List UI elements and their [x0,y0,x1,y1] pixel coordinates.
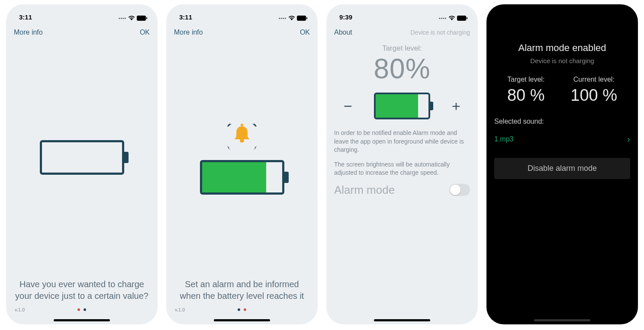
more-info-link[interactable]: More info [174,29,203,36]
home-indicator[interactable] [374,319,430,321]
battery-status-icon [457,16,467,21]
more-info-link[interactable]: More info [14,29,43,36]
battery-status-icon [137,16,147,21]
svg-rect-3 [306,17,307,19]
charging-status: Device is not charging [494,57,630,64]
charging-status: Device is not charging [410,29,470,36]
battery-empty-icon [40,140,124,175]
info-text-1: In order to be notified enable Alarm mod… [334,129,470,154]
home-indicator[interactable] [214,319,270,321]
status-bar: 3:11 •••• [6,4,158,21]
selected-sound-row[interactable]: 1.mp3 › [494,134,630,144]
wifi-icon [448,16,455,21]
alarm-mode-toggle[interactable] [449,184,470,196]
ok-button[interactable]: OK [140,29,150,36]
decrease-button[interactable]: − [340,98,356,115]
screen-3-main-settings: 9:39 •••• About Device is not charging T… [326,4,478,324]
bell-ringing-icon [225,120,259,151]
svg-rect-0 [137,16,146,21]
page-indicator [25,308,138,311]
current-level-label: Current level: [570,76,617,83]
screen-4-alarm-mode: Alarm mode enabled Device is not chargin… [486,4,638,324]
svg-rect-2 [297,16,306,21]
status-bar: 3:11 •••• [166,4,318,21]
cell-signal-icon: •••• [439,16,447,21]
screen-1-onboarding: 3:11 •••• More info OK Have you ever wan… [6,4,158,324]
battery-charged-icon [200,160,284,195]
battery-status-icon [297,16,307,21]
cell-signal-icon: •••• [279,16,287,21]
wifi-icon [288,16,295,21]
target-level-label: Target level: [334,44,470,53]
about-link[interactable]: About [334,29,352,36]
disable-alarm-button[interactable]: Disable alarm mode [494,158,630,179]
version-label: v.1.0 [15,307,25,312]
chevron-right-icon: › [627,134,630,144]
status-bar: 9:39 •••• [326,4,478,21]
cell-signal-icon: •••• [119,16,126,21]
svg-rect-1 [146,17,147,19]
home-indicator[interactable] [54,319,110,321]
target-level-value: 80% [334,53,470,85]
svg-point-4 [240,138,244,143]
current-level-value: 100 % [570,86,617,105]
version-label: v.1.0 [175,307,185,312]
status-time: 3:11 [179,13,192,21]
svg-rect-6 [457,16,466,21]
increase-button[interactable]: + [448,98,464,115]
status-time: 9:39 [339,13,352,21]
battery-level-icon [374,93,430,119]
wifi-icon [128,16,135,21]
page-indicator [185,308,299,311]
target-level-label: Target level: [507,76,545,83]
onboarding-caption: Set an alarm and be informed when the ba… [166,279,318,302]
selected-sound-value: 1.mp3 [494,135,513,143]
selected-sound-label: Selected sound: [494,118,630,125]
home-indicator[interactable] [534,319,590,321]
alarm-mode-label: Alarm mode [334,183,395,197]
ok-button[interactable]: OK [300,29,310,36]
svg-rect-5 [241,124,243,126]
info-text-2: The screen brightness will be automatica… [334,160,470,177]
svg-rect-7 [467,17,467,19]
target-level-value: 80 % [507,86,545,105]
screen-2-onboarding: 3:11 •••• More info OK [166,4,318,324]
onboarding-caption: Have you ever wanted to charge your devi… [6,279,158,302]
status-time: 3:11 [19,13,32,21]
alarm-mode-title: Alarm mode enabled [494,42,630,54]
